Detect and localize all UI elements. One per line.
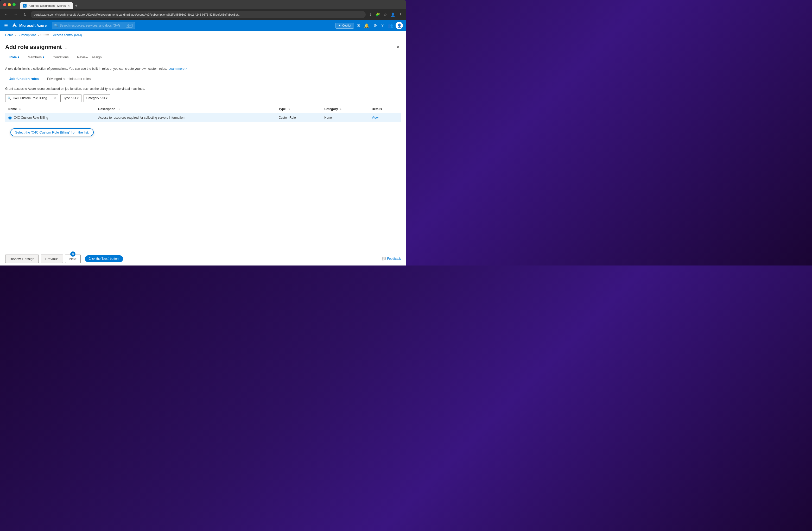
search-icon: 🔍 xyxy=(54,24,58,27)
active-tab[interactable]: A Add role assignment - Micros ✕ xyxy=(20,2,73,9)
role-search-input[interactable] xyxy=(13,96,52,100)
breadcrumb-sep-3: › xyxy=(50,34,51,37)
col-description-label: Description xyxy=(98,107,115,111)
minimize-window-button[interactable] xyxy=(8,3,11,6)
col-type[interactable]: Type ↑↓ xyxy=(276,105,321,113)
search-clear-button[interactable]: ✕ xyxy=(53,96,56,100)
select-annotation-tooltip: Select the 'C4C Custom Role Billing' fro… xyxy=(11,128,94,137)
tab-close-icon[interactable]: ✕ xyxy=(68,4,70,7)
mail-icon[interactable]: ✉ xyxy=(355,21,362,30)
browser-menu-icon[interactable]: ⋮ xyxy=(398,12,403,18)
tab-members[interactable]: Members xyxy=(24,53,48,62)
refresh-button[interactable]: ↻ xyxy=(21,11,29,18)
col-description-sort-icon: ↑↓ xyxy=(117,108,120,111)
downloads-icon[interactable]: ⇓ xyxy=(368,12,373,18)
col-category-sort-icon: ↑↓ xyxy=(340,108,343,111)
directory-icon[interactable]: 👥 xyxy=(386,21,394,30)
col-name[interactable]: Name ↑↓ xyxy=(5,105,95,113)
review-assign-button[interactable]: Review + assign xyxy=(5,255,39,263)
profile-icon[interactable]: 👤 xyxy=(390,12,396,18)
feedback-button[interactable]: 💬 Feedback xyxy=(382,257,401,261)
category-filter-pill[interactable]: Category : All ▾ xyxy=(84,94,110,102)
browser-settings-icon[interactable]: ⋮ xyxy=(397,2,403,8)
search-shortcut-hint: G+/ xyxy=(126,24,133,28)
role-search-box[interactable]: 🔍 ✕ xyxy=(5,94,58,102)
category-filter-label: Category : All xyxy=(86,96,105,100)
notifications-icon[interactable]: 🔔 xyxy=(363,21,371,30)
help-icon[interactable]: ? xyxy=(380,21,385,29)
next-btn-wrapper: 3 Next xyxy=(65,255,81,263)
traffic-lights xyxy=(3,3,16,6)
col-name-sort-icon: ↑↓ xyxy=(19,108,21,111)
azure-portal: ☰ Microsoft Azure 🔍 G+/ ✦ Copilot ✉ � xyxy=(0,20,406,266)
row-description-cell: Access to resources required for collect… xyxy=(95,113,275,122)
role-grant-text: Grant access to Azure resources based on… xyxy=(5,87,401,90)
row-name-with-radio: C4C Custom Role Billing xyxy=(8,116,92,119)
table-row[interactable]: C4C Custom Role Billing Access to resour… xyxy=(5,113,401,122)
footer-right: 💬 Feedback xyxy=(382,257,401,261)
row-view-link[interactable]: View xyxy=(372,116,378,119)
address-bar-input[interactable] xyxy=(31,11,366,18)
maximize-window-button[interactable] xyxy=(13,3,16,6)
subtab-privileged[interactable]: Privileged administrator roles xyxy=(43,75,95,83)
breadcrumb-subscriptions[interactable]: Subscriptions xyxy=(17,33,36,37)
breadcrumb: Home › Subscriptions › •••••••• › Access… xyxy=(0,31,406,39)
close-window-button[interactable] xyxy=(3,3,6,6)
col-category[interactable]: Category ↑↓ xyxy=(321,105,368,113)
azure-logo-icon xyxy=(12,23,17,28)
row-radio-input[interactable] xyxy=(8,116,12,119)
breadcrumb-home[interactable]: Home xyxy=(5,33,14,37)
row-type-cell: CustomRole xyxy=(276,113,321,122)
tab-favicon-icon: A xyxy=(23,4,27,8)
search-filter-bar: 🔍 ✕ Type : All ▾ Category : All ▾ xyxy=(5,94,401,102)
panel-title: Add role assignment xyxy=(5,44,62,51)
role-subtabs: Job function roles Privileged administra… xyxy=(5,75,401,83)
row-description-value: Access to resources required for collect… xyxy=(98,116,184,119)
new-tab-button[interactable]: + xyxy=(73,2,79,9)
type-filter-label: Type : All xyxy=(63,96,76,100)
favicon-letter: A xyxy=(24,4,26,7)
panel-close-button[interactable]: ✕ xyxy=(395,43,401,51)
copilot-button[interactable]: ✦ Copilot xyxy=(335,23,354,29)
search-box-icon: 🔍 xyxy=(8,97,11,100)
azure-topnav: ☰ Microsoft Azure 🔍 G+/ ✦ Copilot ✉ � xyxy=(0,20,406,31)
roles-table: Name ↑↓ Description ↑↓ Type ↑↓ xyxy=(5,105,401,122)
copilot-label: Copilot xyxy=(342,24,351,27)
browser-tabs: A Add role assignment - Micros ✕ + xyxy=(20,0,395,9)
type-filter-pill[interactable]: Type : All ▾ xyxy=(60,94,82,102)
learn-more-link[interactable]: Learn more xyxy=(169,67,185,71)
wizard-tabs: Role Members Conditions Review + assign xyxy=(0,53,406,62)
profile-avatar[interactable]: 👤 xyxy=(395,22,403,29)
subtab-job-function-label: Job function roles xyxy=(9,77,39,81)
col-type-sort-icon: ↑↓ xyxy=(288,108,290,111)
settings-icon[interactable]: ⚙ xyxy=(372,21,379,30)
row-details-cell[interactable]: View xyxy=(368,113,401,122)
previous-button[interactable]: Previous xyxy=(41,255,63,263)
forward-button[interactable]: → xyxy=(12,11,19,18)
type-filter-chevron: ▾ xyxy=(77,96,78,100)
row-name-cell: C4C Custom Role Billing xyxy=(5,113,95,122)
tab-role[interactable]: Role xyxy=(5,53,24,62)
profile-icon: 👤 xyxy=(397,24,402,28)
azure-brand-label: Microsoft Azure xyxy=(19,24,47,28)
azure-search-box[interactable]: 🔍 G+/ xyxy=(52,22,135,29)
tab-conditions[interactable]: Conditions xyxy=(48,53,73,62)
tab-review-assign-label: Review + assign xyxy=(77,55,102,59)
category-filter-chevron: ▾ xyxy=(106,96,107,100)
breadcrumb-sep-1: › xyxy=(15,34,16,37)
tab-review-assign[interactable]: Review + assign xyxy=(73,53,106,62)
extensions-icon[interactable]: 🧩 xyxy=(375,12,381,18)
browser-titlebar: A Add role assignment - Micros ✕ + ⋮ xyxy=(0,0,406,9)
bookmark-icon[interactable]: ☆ xyxy=(382,12,388,18)
panel-more-button[interactable]: ... xyxy=(65,45,69,49)
breadcrumb-subscription-name: •••••••• xyxy=(40,33,49,37)
azure-search-input[interactable] xyxy=(60,24,125,27)
col-description[interactable]: Description ↑↓ xyxy=(95,105,275,113)
back-button[interactable]: ← xyxy=(3,11,10,18)
breadcrumb-iam[interactable]: Access control (IAM) xyxy=(53,33,82,37)
role-description-text: A role definition is a collection of per… xyxy=(5,66,401,71)
feedback-label: Feedback xyxy=(387,257,401,261)
col-details: Details xyxy=(368,105,401,113)
hamburger-menu-icon[interactable]: ☰ xyxy=(3,22,9,29)
subtab-job-function[interactable]: Job function roles xyxy=(5,75,43,83)
